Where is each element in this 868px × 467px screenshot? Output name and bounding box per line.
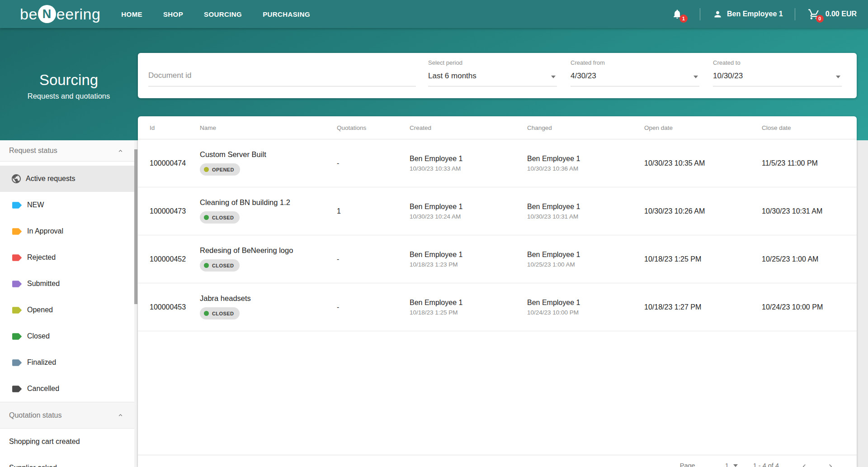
logo-suffix: eering: [57, 5, 101, 23]
status-badge: CLOSED: [200, 259, 240, 272]
tag-icon: [12, 281, 22, 287]
table-row[interactable]: 100000474 Custom Server Built OPENED - B…: [138, 139, 857, 187]
changed-at: 10/25/23 1:00 AM: [527, 261, 580, 268]
chevron-left-icon: [800, 462, 809, 467]
field-label: Created from: [571, 59, 605, 66]
sidebar-scrollbar-thumb[interactable]: [134, 149, 137, 304]
table-row[interactable]: 100000452 Redesing of BeNeering logo CLO…: [138, 235, 857, 283]
row-name-cell: Redesing of BeNeering logo CLOSED: [200, 246, 293, 272]
field-value: Last 6 months: [428, 71, 476, 81]
table-row[interactable]: 100000473 Cleaning of BN building 1.2 CL…: [138, 187, 857, 235]
sidebar-item-new[interactable]: NEW: [0, 192, 137, 218]
status-dot-icon: [204, 167, 209, 172]
table-row[interactable]: 100000453 Jabra headsets CLOSED - Ben Em…: [138, 283, 857, 331]
status-dot-icon: [204, 263, 209, 268]
navbar-divider: [795, 8, 795, 20]
sidebar-item-finalized[interactable]: Finalized: [0, 349, 137, 376]
chevron-right-icon: [826, 462, 835, 467]
row-id: 100000452: [150, 255, 186, 263]
request-name: Custom Server Built: [200, 150, 266, 159]
cart-total: 0.00 EUR: [826, 10, 857, 18]
sidebar-item-rejected[interactable]: Rejected: [0, 244, 137, 271]
sidebar-item-opened[interactable]: Opened: [0, 297, 137, 323]
notification-count-badge: 1: [679, 14, 688, 23]
row-changed-cell: Ben Employee 1 10/24/23 10:00 PM: [527, 299, 580, 316]
tag-icon: [12, 307, 22, 314]
select-period-field[interactable]: Select period Last 6 months: [428, 53, 557, 86]
dropdown-caret-icon: [693, 76, 698, 78]
page-range: 1 - 4 of 4: [753, 462, 779, 467]
person-icon: [713, 10, 722, 19]
changed-by: Ben Employee 1: [527, 203, 580, 211]
created-at: 10/18/23 1:25 PM: [410, 309, 462, 316]
menu-item-home[interactable]: HOME: [121, 10, 142, 18]
status-label: CLOSED: [212, 311, 234, 316]
created-to-field[interactable]: Created to 10/30/23: [713, 53, 842, 86]
column-header-id: Id: [150, 124, 155, 131]
row-close-date: 10/25/23 1:00 AM: [762, 255, 818, 263]
row-open-date: 10/30/23 10:35 AM: [644, 159, 705, 167]
row-created-cell: Ben Employee 1 10/30/23 10:33 AM: [410, 155, 462, 172]
created-by: Ben Employee 1: [410, 203, 462, 211]
created-by: Ben Employee 1: [410, 299, 462, 307]
top-navbar: be N eering HOME SHOP SOURCING PURCHASIN…: [0, 0, 868, 28]
sidebar-item-label: Submitted: [27, 280, 60, 288]
section-header-request-status[interactable]: Request status: [0, 140, 137, 162]
status-label: CLOSED: [212, 263, 234, 268]
changed-by: Ben Employee 1: [527, 299, 580, 307]
created-by: Ben Employee 1: [410, 155, 462, 163]
sidebar-item-in-approval[interactable]: In Approval: [0, 218, 137, 244]
user-menu-button[interactable]: Ben Employee 1: [713, 10, 783, 19]
sidebar-item-label: NEW: [27, 201, 44, 209]
request-name: Cleaning of BN building 1.2: [200, 198, 290, 207]
request-name: Jabra headsets: [200, 294, 251, 303]
notifications-button[interactable]: 1: [672, 9, 683, 19]
row-quotations: -: [337, 303, 339, 311]
created-from-field[interactable]: Created from 4/30/23: [571, 53, 699, 86]
table-footer: Page 1 1 - 4 of 4: [138, 455, 857, 467]
row-quotations: 1: [337, 207, 341, 215]
sidebar-item-submitted[interactable]: Submitted: [0, 271, 137, 297]
sidebar-item-shopping-cart-created[interactable]: Shopping cart created: [0, 429, 137, 455]
changed-by: Ben Employee 1: [527, 251, 580, 259]
tag-icon: [12, 386, 22, 392]
column-header-open-date: Open date: [644, 124, 673, 131]
status-badge: CLOSED: [200, 307, 240, 319]
table-header: Id Name Quotations Created Changed Open …: [138, 116, 857, 139]
section-title: Request status: [9, 147, 57, 155]
menu-item-shop[interactable]: SHOP: [163, 10, 183, 18]
tag-icon: [12, 202, 22, 209]
user-name: Ben Employee 1: [727, 10, 783, 18]
dropdown-caret-icon: [551, 76, 556, 78]
row-open-date: 10/30/23 10:26 AM: [644, 207, 705, 215]
status-sidebar: Request status Active requests NEW In Ap…: [0, 140, 137, 467]
column-header-created: Created: [410, 124, 431, 131]
sidebar-item-supplier-asked[interactable]: Supplier asked: [0, 455, 137, 467]
column-header-close-date: Close date: [762, 124, 791, 131]
section-header-quotation-status[interactable]: Quotation status: [0, 402, 137, 429]
row-close-date: 10/30/23 10:31 AM: [762, 207, 822, 215]
app-logo[interactable]: be N eering: [20, 5, 100, 23]
cart-button[interactable]: 0: [808, 8, 820, 20]
next-page-button[interactable]: [826, 462, 835, 467]
sidebar-item-active-requests[interactable]: Active requests: [0, 166, 137, 192]
status-dot-icon: [204, 311, 209, 316]
sidebar-item-cancelled[interactable]: Cancelled: [0, 376, 137, 402]
menu-item-purchasing[interactable]: PURCHASING: [263, 10, 310, 18]
created-at: 10/30/23 10:33 AM: [410, 165, 462, 172]
page-label: Page: [680, 462, 695, 467]
column-header-name: Name: [200, 124, 216, 131]
menu-item-sourcing[interactable]: SOURCING: [204, 10, 242, 18]
globe-icon: [11, 173, 22, 184]
column-header-quotations: Quotations: [337, 124, 366, 131]
sidebar-item-closed[interactable]: Closed: [0, 323, 137, 349]
page-select[interactable]: 1: [725, 462, 738, 467]
created-at: 10/18/23 1:23 PM: [410, 261, 462, 268]
request-name: Redesing of BeNeering logo: [200, 246, 293, 255]
document-id-input[interactable]: [148, 65, 416, 86]
logo-n-badge: N: [38, 5, 56, 23]
row-created-cell: Ben Employee 1 10/18/23 1:25 PM: [410, 299, 462, 316]
tag-icon: [12, 228, 22, 235]
previous-page-button[interactable]: [800, 462, 809, 467]
row-changed-cell: Ben Employee 1 10/30/23 10:36 AM: [527, 155, 580, 172]
